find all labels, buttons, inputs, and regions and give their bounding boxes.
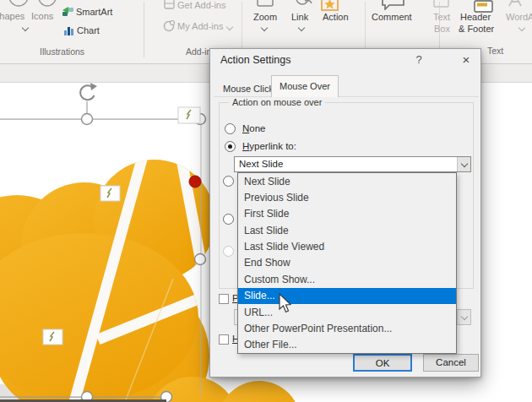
shapes-chevron-icon[interactable] [23,25,29,31]
ok-button[interactable]: OK [353,354,412,372]
shapes-icon [3,0,34,8]
red-dot-marker[interactable] [189,176,201,187]
radio-hyperlink-label[interactable]: Hyperlink to: [242,141,296,151]
dropdown-option[interactable]: Other PowerPoint Presentation... [238,320,456,336]
dropdown-option[interactable]: Previous Slide [238,189,456,205]
tab-page-edge [214,96,479,97]
text-box-button-line2[interactable]: Box [434,24,450,34]
dropdown-option[interactable]: End Show [238,255,456,271]
selection-top-edge [0,119,201,120]
smartart-button[interactable]: SmartArt [76,7,112,17]
chart-button[interactable]: Chart [77,25,100,35]
action-settings-dialog: Action Settings ? × Mouse Click Mouse Ov… [209,48,481,378]
dropdown-option[interactable]: First Slide [238,206,456,222]
action-groupbox-label: Action on mouse over [229,97,325,107]
comment-icon [381,0,408,10]
radio-run-program[interactable] [223,176,234,187]
shapes-button[interactable]: Shapes [0,11,24,21]
tag-marker[interactable] [178,107,200,123]
wordart-icon [507,0,530,8]
my-addins-button[interactable]: My Add-ins [177,21,223,31]
get-addins-icon [164,0,176,11]
combo-dropdown-icon[interactable] [457,157,470,171]
selection-handle[interactable] [195,254,206,265]
text-box-button[interactable]: Text [433,12,450,22]
dropdown-option[interactable]: URL... [238,304,456,320]
help-button[interactable]: ? [411,52,426,68]
mouse-cursor-icon [278,293,293,315]
highlight-checkbox[interactable] [219,334,229,345]
get-addins-button[interactable]: Get Add-ins [177,0,225,10]
radio-run-macro[interactable] [223,214,234,225]
link-chevron-icon[interactable] [299,25,305,31]
smartart-icon [62,6,74,18]
icons-button[interactable]: Icons [31,11,53,21]
text-box-icon [433,0,450,8]
text-group-label: Text [487,46,503,56]
my-addins-chevron-icon[interactable] [227,24,233,30]
selection-handle[interactable] [82,114,93,125]
rotate-handle[interactable] [80,83,97,113]
zoom-chevron-icon[interactable] [262,25,268,31]
hyperlink-dropdown-list: Next Slide Previous Slide First Slide La… [237,172,457,354]
zoom-button[interactable]: Zoom [253,12,277,22]
powerpoint-window: Shapes Icons SmartArt Chart Illustration… [0,0,532,402]
icons-icon [35,0,61,10]
link-icon [295,0,315,8]
hyperlink-combobox[interactable]: Next Slide [234,156,471,172]
header-footer-button[interactable]: Header [460,12,491,22]
play-sound-checkbox[interactable] [219,294,229,304]
wordart-button[interactable]: WordArt [506,12,532,22]
radio-object-action [223,246,234,257]
comment-button[interactable]: Comment [372,12,412,22]
header-footer-button-line2[interactable]: & Footer [459,24,494,34]
dropdown-option[interactable]: Custom Show... [238,271,456,287]
dialog-title: Action Settings [220,54,290,66]
tab-mouse-over[interactable]: Mouse Over [271,75,339,97]
wordart-chevron-icon[interactable] [519,25,525,31]
dropdown-option[interactable]: Other File... [238,337,456,353]
my-addins-icon [163,20,176,33]
zoom-icon [256,0,276,8]
cancel-button[interactable]: Cancel [423,354,479,372]
dropdown-option-selected[interactable]: Slide... [238,288,456,304]
action-button[interactable]: Action [323,12,349,22]
hyperlink-combo-value: Next Slide [239,159,283,169]
link-button[interactable]: Link [291,12,308,22]
tag-marker[interactable] [100,186,120,201]
dropdown-option[interactable]: Last Slide Viewed [238,238,456,254]
radio-hyperlink-to[interactable] [225,141,236,152]
radio-none-label[interactable]: None [242,123,266,133]
illustrations-group-label: Illustrations [40,46,84,57]
radio-none[interactable] [225,123,236,134]
ribbon-divider [144,2,144,57]
close-icon[interactable]: × [457,52,475,68]
sound-combo-dropdown-icon [457,310,470,324]
dropdown-option[interactable]: Last Slide [238,222,456,238]
chart-icon [63,24,75,36]
dropdown-option[interactable]: Next Slide [238,173,456,189]
tag-marker[interactable] [43,329,62,345]
action-icon [320,0,340,11]
